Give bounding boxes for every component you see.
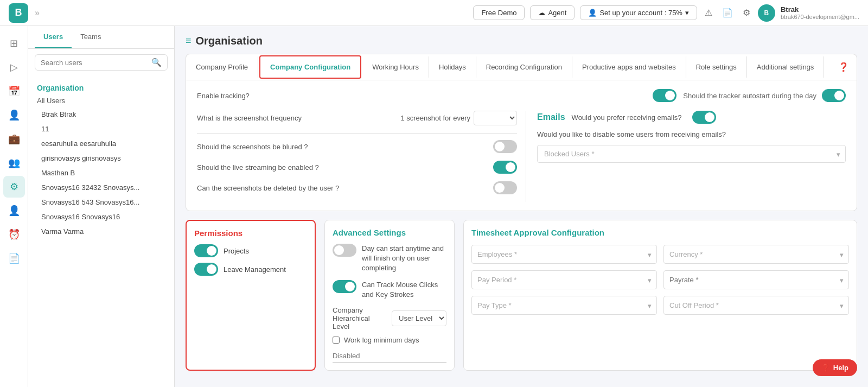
tab-role-settings[interactable]: Role settings — [686, 56, 747, 78]
sidebar-item-settings[interactable]: ⚙ — [3, 176, 25, 198]
projects-toggle[interactable] — [194, 244, 218, 257]
currency-select[interactable]: Currency * — [663, 245, 849, 264]
search-box: 🔍 — [35, 54, 168, 71]
freq-select: 1 screenshot for every — [400, 111, 517, 125]
tab-working-hours[interactable]: Working Hours — [362, 56, 429, 78]
tab-teams[interactable]: Teams — [72, 26, 110, 48]
delete-label: Can the screenshots be deleted by the us… — [197, 184, 487, 192]
user-email-label: btrak670-development@gm... — [781, 14, 859, 20]
sidebar-item-person[interactable]: 👤 — [3, 200, 25, 221]
day-start-label: Day can start anytime and will finish on… — [362, 244, 446, 274]
all-users-label[interactable]: All Users — [28, 94, 174, 107]
permissions-title: Permissions — [194, 229, 307, 238]
tab-company-configuration[interactable]: Company Configuration — [259, 55, 361, 79]
day-start-row: Day can start anytime and will finish on… — [333, 244, 446, 274]
page-title: Organisation — [196, 35, 263, 47]
tab-productive-apps[interactable]: Productive apps and websites — [572, 56, 686, 78]
pay-type-wrapper: Pay Type * — [471, 296, 657, 315]
worklog-checkbox[interactable] — [333, 337, 340, 344]
mouse-track-toggle[interactable] — [333, 280, 356, 293]
tab-recording-configuration[interactable]: Recording Configuration — [476, 56, 572, 78]
autostart-toggle[interactable] — [822, 89, 846, 102]
help-button[interactable]: ❓ Help — [813, 359, 857, 376]
tab-users[interactable]: Users — [35, 26, 72, 48]
disabled-input-wrapper — [333, 350, 446, 363]
search-input[interactable] — [41, 59, 148, 67]
cutoff-select[interactable]: Cut Off Period * — [663, 296, 849, 315]
delete-toggle[interactable] — [493, 181, 517, 194]
avatar[interactable]: B — [758, 4, 775, 22]
free-demo-button[interactable]: Free Demo — [473, 5, 525, 20]
leave-mgmt-toggle[interactable] — [194, 263, 218, 276]
blocked-users-select[interactable]: Blocked Users * — [537, 145, 846, 163]
config-right: Emails Would you prefer receiving emails… — [526, 111, 846, 202]
sidebar-item-dashboard[interactable]: ⊞ — [3, 33, 25, 54]
disabled-input[interactable] — [333, 350, 446, 363]
search-area: 🔍 — [28, 49, 174, 76]
app-logo[interactable]: B — [9, 3, 28, 23]
lower-section: Permissions Projects Leave Management — [186, 220, 857, 371]
tab-additional-settings[interactable]: Additional settings — [747, 56, 825, 78]
cutoff-wrapper: Cut Off Period * — [663, 296, 849, 315]
gear-icon[interactable]: ⚙ — [741, 5, 752, 20]
sidebar-item-clock[interactable]: ⏰ — [3, 224, 25, 245]
hierarchical-select[interactable]: User Level — [392, 310, 446, 326]
disable-emails-label: Would you like to disable some users fro… — [537, 130, 726, 138]
day-start-toggle[interactable] — [333, 244, 356, 257]
emails-header: Emails Would you prefer receiving emails… — [537, 111, 846, 124]
advanced-settings-box: Advanced Settings Day can start anytime … — [324, 220, 455, 371]
list-item[interactable]: Snovasys16 Snovasys16 — [28, 210, 174, 224]
autostart-label: Should the tracker autostart during the … — [683, 92, 816, 100]
pay-type-select[interactable]: Pay Type * — [471, 296, 657, 315]
document-icon[interactable]: 📄 — [720, 5, 735, 20]
list-item[interactable]: Snovasys16 543 Snovasys16... — [28, 195, 174, 210]
user-info: Btrak btrak670-development@gm... — [781, 5, 859, 20]
sidebar-item-file[interactable]: 📄 — [3, 248, 25, 269]
tab-company-profile[interactable]: Company Profile — [186, 56, 258, 78]
tab-holidays[interactable]: Holidays — [429, 56, 476, 78]
list-item[interactable]: Snovasys16 32432 Snovasys... — [28, 180, 174, 195]
list-item[interactable]: Btrak Btrak — [28, 107, 174, 122]
list-item[interactable]: Varma Varma — [28, 224, 174, 239]
alert-icon[interactable]: ⚠ — [703, 5, 714, 20]
sidebar-item-play[interactable]: ▷ — [3, 56, 25, 78]
agent-button[interactable]: ☁ Agent — [530, 5, 575, 20]
blur-toggle[interactable] — [493, 140, 517, 153]
list-item[interactable]: eesaruhulla eesaruhulla — [28, 136, 174, 151]
sidebar-item-briefcase[interactable]: 💼 — [3, 128, 25, 150]
screenshot-freq-label: What is the screenshot frequency — [197, 114, 394, 122]
prefer-emails-toggle[interactable] — [692, 111, 716, 124]
permission-projects-row: Projects — [194, 244, 307, 257]
enable-tracking-toggle[interactable] — [653, 89, 676, 102]
freq-dropdown[interactable] — [474, 111, 517, 125]
autostart-row: Should the tracker autostart during the … — [683, 89, 846, 102]
top-navigation: B » Free Demo ☁ Agent 👤 Set up your acco… — [0, 0, 868, 26]
pay-period-select[interactable]: Pay Period * — [471, 270, 657, 289]
employees-wrapper: Employees * — [471, 245, 657, 264]
setup-button[interactable]: 👤 Set up your account : 75% ▾ — [580, 5, 697, 20]
hierarchical-row: Company Hierarchical Level User Level — [333, 306, 446, 331]
tracking-row: Enable tracking? Should the tracker auto… — [197, 89, 846, 102]
sidebar-item-user[interactable]: 👤 — [3, 104, 25, 126]
sidebar-item-group[interactable]: 👥 — [3, 152, 25, 174]
live-streaming-toggle[interactable] — [493, 161, 517, 174]
agent-icon: ☁ — [538, 9, 545, 17]
list-item[interactable]: Masthan B — [28, 166, 174, 180]
employees-select[interactable]: Employees * — [471, 245, 657, 264]
worklog-row: Work log minimum days — [333, 336, 446, 344]
emails-title: Emails — [537, 112, 565, 122]
payrate-input[interactable] — [663, 270, 849, 289]
enable-tracking-label: Enable tracking? — [197, 92, 646, 100]
organisation-label[interactable]: Organisation — [28, 80, 174, 94]
pay-period-wrapper: Pay Period * — [471, 270, 657, 289]
help-icon[interactable]: ❓ — [831, 58, 857, 77]
list-item[interactable]: girisnovasys girisnovasys — [28, 151, 174, 166]
icon-sidebar: ⊞ ▷ 📅 👤 💼 👥 ⚙ 👤 ⏰ 📄 — [0, 26, 28, 387]
advanced-title: Advanced Settings — [333, 228, 446, 237]
expand-arrows-icon[interactable]: » — [35, 8, 40, 18]
sidebar-item-calendar[interactable]: 📅 — [3, 80, 25, 102]
list-item[interactable]: 11 — [28, 122, 174, 136]
blur-label: Should the screenshots be blured ? — [197, 143, 487, 151]
freq-text: 1 screenshot for every — [400, 114, 470, 122]
person-setup-icon: 👤 — [588, 9, 597, 17]
